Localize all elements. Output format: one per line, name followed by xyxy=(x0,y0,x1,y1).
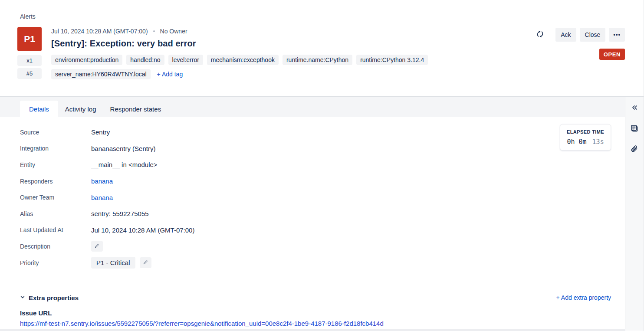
paperclip-icon xyxy=(630,145,639,155)
elapsed-time-title: ELAPSED TIME xyxy=(565,129,606,134)
alert-title: [Sentry]: Exception: very bad error xyxy=(51,39,490,49)
field-label: Owner Team xyxy=(20,194,91,201)
edit-priority-button[interactable] xyxy=(140,257,151,268)
field-label: Last Updated At xyxy=(20,226,91,233)
field-row-owner-team: Owner Team banana xyxy=(20,189,194,206)
details-panel: Source Sentry Integration bananasentry (… xyxy=(0,117,625,331)
pencil-icon xyxy=(94,243,100,250)
section-divider xyxy=(20,280,611,280)
header-actions: Ack Close ••• OPEN xyxy=(534,28,625,60)
dot-separator xyxy=(153,30,155,32)
status-row: OPEN xyxy=(534,49,625,60)
add-extra-property-link[interactable]: + Add extra property xyxy=(556,294,611,301)
status-badge: OPEN xyxy=(599,49,625,60)
tag-pill: level:error xyxy=(168,55,203,65)
field-value: Sentry xyxy=(91,128,110,136)
field-row-alias: Alias sentry: 5592275055 xyxy=(20,206,194,222)
refresh-icon xyxy=(536,30,544,39)
owner-label: No Owner xyxy=(160,28,187,35)
attachments-panel-button[interactable] xyxy=(629,144,640,156)
field-value: sentry: 5592275055 xyxy=(91,210,149,217)
field-row-priority: Priority P1 - Critical xyxy=(20,255,194,271)
notes-icon xyxy=(630,124,639,134)
field-row-description: Description xyxy=(20,238,194,255)
tag-pill: server_name:HY60R4WTNY.local xyxy=(51,69,151,79)
header-center: Jul 10, 2024 10:28 AM (GMT-07:00) No Own… xyxy=(51,27,490,79)
alert-count-badge: x1 xyxy=(17,55,42,66)
collapse-sidebar-button[interactable] xyxy=(629,102,640,114)
field-row-entity: Entity __main__ in <module> xyxy=(20,157,194,173)
field-label: Integration xyxy=(20,145,91,152)
tiny-id-badge: #5 xyxy=(17,68,42,79)
tab-bar: Details Activity log Responder states xyxy=(0,97,625,117)
tab-details[interactable]: Details xyxy=(20,101,58,117)
issue-url-label: Issue URL xyxy=(20,309,611,317)
elapsed-seconds: 13s xyxy=(592,138,604,146)
field-label: Priority xyxy=(20,259,91,266)
tag-pill: mechanism:excepthook xyxy=(207,55,279,65)
right-sidebar xyxy=(625,97,644,331)
field-row-responders: Responders banana xyxy=(20,173,194,190)
field-label: Entity xyxy=(20,161,91,168)
more-actions-button[interactable]: ••• xyxy=(609,28,625,42)
field-row-integration: Integration bananasentry (Sentry) xyxy=(20,141,194,157)
field-list: Source Sentry Integration bananasentry (… xyxy=(20,124,194,271)
edit-description-button[interactable] xyxy=(91,241,103,252)
extra-properties-header: Extra properties + Add extra property xyxy=(20,294,611,302)
body: Details Activity log Responder states So… xyxy=(0,97,644,331)
close-button[interactable]: Close xyxy=(580,28,606,42)
priority-column: P1 x1 #5 xyxy=(17,27,42,79)
responders-link[interactable]: banana xyxy=(91,177,113,185)
meta-row: Jul 10, 2024 10:28 AM (GMT-07:00) No Own… xyxy=(51,28,490,35)
tag-pill: runtime:CPython 3.12.4 xyxy=(356,55,428,65)
tag-pill: runtime.name:CPython xyxy=(283,55,352,65)
tab-responder-states[interactable]: Responder states xyxy=(103,101,168,117)
field-value: bananasentry (Sentry) xyxy=(91,145,155,152)
issue-url-link[interactable]: https://mf-test-n7.sentry.io/issues/5592… xyxy=(20,320,611,327)
field-row-last-updated: Last Updated At Jul 10, 2024 10:28 AM (G… xyxy=(20,222,194,239)
elapsed-time-value: 0h 0m 13s xyxy=(565,138,606,146)
main-column: Details Activity log Responder states So… xyxy=(0,97,625,331)
field-label: Description xyxy=(20,243,91,250)
actions-row: Ack Close ••• xyxy=(534,28,625,42)
field-value: __main__ in <module> xyxy=(91,161,158,168)
double-chevron-left-icon xyxy=(630,103,639,113)
elapsed-hours: 0h xyxy=(567,138,575,146)
tab-activity-log[interactable]: Activity log xyxy=(58,101,103,117)
field-label: Alias xyxy=(20,210,91,217)
tag-pill: environment:production xyxy=(51,55,122,65)
elapsed-minutes: 0m xyxy=(578,138,586,146)
extra-properties-toggle[interactable]: Extra properties xyxy=(20,294,79,302)
notes-panel-button[interactable] xyxy=(629,123,640,135)
extra-properties-title: Extra properties xyxy=(29,294,79,302)
tag-pill: handled:no xyxy=(126,55,164,65)
field-value: Jul 10, 2024 10:28 AM (GMT-07:00) xyxy=(91,226,194,234)
priority-value-pill: P1 - Critical xyxy=(91,257,135,269)
alert-details-page: Alerts P1 x1 #5 Jul 10, 2024 10:28 AM (G… xyxy=(0,0,644,331)
horizontal-scrollbar-track[interactable] xyxy=(0,329,625,331)
owner-team-link[interactable]: banana xyxy=(91,194,113,201)
add-tag-link[interactable]: + Add tag xyxy=(157,71,183,78)
created-timestamp: Jul 10, 2024 10:28 AM (GMT-07:00) xyxy=(51,28,148,35)
priority-badge: P1 xyxy=(17,27,42,51)
chevron-down-icon xyxy=(20,294,25,302)
elapsed-time-card: ELAPSED TIME 0h 0m 13s xyxy=(560,124,611,151)
field-row-source: Source Sentry xyxy=(20,124,194,141)
header-main: P1 x1 #5 Jul 10, 2024 10:28 AM (GMT-07:0… xyxy=(17,27,490,79)
ack-button[interactable]: Ack xyxy=(555,28,576,42)
refresh-button[interactable] xyxy=(534,28,546,41)
tag-list: environment:production handled:no level:… xyxy=(51,55,485,79)
field-label: Source xyxy=(20,129,91,136)
field-label: Responders xyxy=(20,178,91,185)
pencil-icon xyxy=(143,259,148,266)
breadcrumb[interactable]: Alerts xyxy=(20,13,36,20)
alert-header: Alerts P1 x1 #5 Jul 10, 2024 10:28 AM (G… xyxy=(0,0,644,97)
